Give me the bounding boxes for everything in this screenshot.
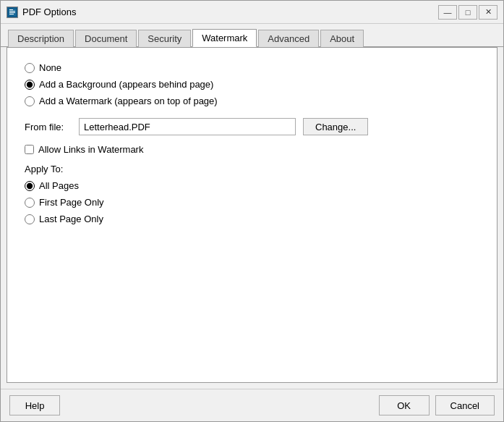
watermark-type-group: None Add a Background (appears behind pa… [25, 62, 479, 106]
radio-last-page-option[interactable]: Last Page Only [25, 214, 479, 224]
radio-watermark[interactable] [25, 96, 35, 106]
radio-none-option[interactable]: None [25, 62, 479, 73]
radio-all-pages-label: All Pages [39, 180, 79, 191]
svg-rect-4 [9, 14, 14, 14]
title-bar-controls: — □ ✕ [438, 5, 497, 20]
pdf-options-window: PDF Options — □ ✕ Description Document S… [0, 0, 504, 422]
from-file-input[interactable] [79, 118, 296, 135]
tab-document[interactable]: Document [75, 30, 137, 47]
title-bar-left: PDF Options [7, 7, 76, 18]
maximize-button[interactable]: □ [458, 5, 477, 20]
svg-rect-2 [9, 11, 15, 12]
tab-advanced[interactable]: Advanced [258, 30, 319, 47]
ok-button[interactable]: OK [379, 395, 430, 415]
radio-background-option[interactable]: Add a Background (appears behind page) [25, 79, 479, 90]
minimize-button[interactable]: — [438, 5, 457, 20]
radio-background[interactable] [25, 80, 35, 90]
radio-first-page[interactable] [25, 198, 35, 208]
radio-all-pages-option[interactable]: All Pages [25, 180, 479, 191]
footer-right: OK Cancel [379, 395, 495, 415]
window-icon [7, 7, 18, 18]
tab-description[interactable]: Description [8, 30, 74, 47]
radio-background-label: Add a Background (appears behind page) [39, 79, 213, 90]
svg-rect-1 [9, 9, 13, 10]
tabs-container: Description Document Security Watermark … [1, 24, 503, 47]
tab-watermark[interactable]: Watermark [192, 29, 257, 47]
allow-links-row: Allow Links in Watermark [25, 144, 479, 155]
radio-last-page-label: Last Page Only [39, 214, 103, 224]
content-area: None Add a Background (appears behind pa… [7, 47, 497, 383]
apply-to-section: Apply To: All Pages First Page Only Last… [25, 164, 479, 224]
change-button[interactable]: Change... [303, 118, 368, 135]
from-file-row: From file: Change... [25, 118, 479, 135]
footer: Help OK Cancel [1, 389, 503, 421]
radio-none-label: None [39, 62, 61, 73]
radio-first-page-label: First Page Only [39, 197, 104, 208]
radio-none[interactable] [25, 63, 35, 73]
title-bar: PDF Options — □ ✕ [1, 1, 503, 24]
radio-watermark-label: Add a Watermark (appears on top of page) [39, 96, 218, 106]
radio-last-page[interactable] [25, 214, 35, 224]
help-button[interactable]: Help [9, 395, 60, 415]
svg-rect-3 [9, 12, 15, 13]
close-button[interactable]: ✕ [479, 5, 497, 20]
footer-left: Help [9, 395, 60, 415]
radio-watermark-option[interactable]: Add a Watermark (appears on top of page) [25, 96, 479, 106]
window-title: PDF Options [22, 7, 76, 17]
radio-all-pages[interactable] [25, 181, 35, 191]
from-file-label: From file: [25, 122, 72, 132]
apply-to-title: Apply To: [25, 164, 479, 174]
allow-links-checkbox[interactable] [25, 145, 34, 154]
radio-first-page-option[interactable]: First Page Only [25, 197, 479, 208]
allow-links-label[interactable]: Allow Links in Watermark [38, 144, 143, 155]
tab-security[interactable]: Security [138, 30, 191, 47]
tab-about[interactable]: About [320, 30, 364, 47]
cancel-button[interactable]: Cancel [435, 395, 495, 415]
